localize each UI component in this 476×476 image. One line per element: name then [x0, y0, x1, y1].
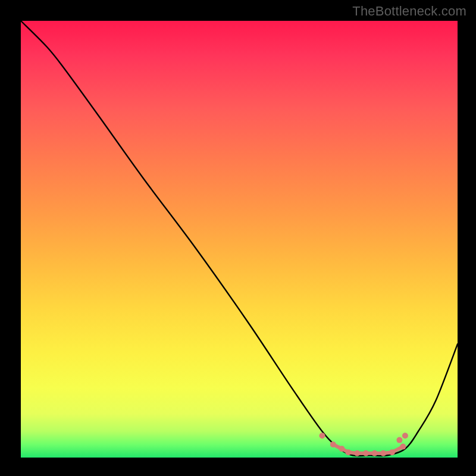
marker-dot [380, 450, 386, 456]
marker-dot [330, 441, 336, 447]
marker-dot [346, 449, 352, 455]
marker-dot [400, 444, 406, 450]
marker-dot [402, 433, 408, 439]
marker-dot [389, 449, 395, 455]
marker-dot [363, 450, 369, 456]
plot-area [21, 21, 458, 458]
chart-container: TheBottleneck.com [0, 0, 476, 476]
watermark-label: TheBottleneck.com [352, 4, 466, 19]
marker-dot [320, 433, 325, 439]
marker-dot [354, 450, 360, 456]
marker-dot [339, 446, 345, 452]
marker-dot [396, 437, 402, 443]
marker-group [320, 433, 408, 456]
marker-dot [372, 450, 378, 456]
chart-svg [21, 21, 458, 458]
bottleneck-curve-path [21, 21, 458, 456]
